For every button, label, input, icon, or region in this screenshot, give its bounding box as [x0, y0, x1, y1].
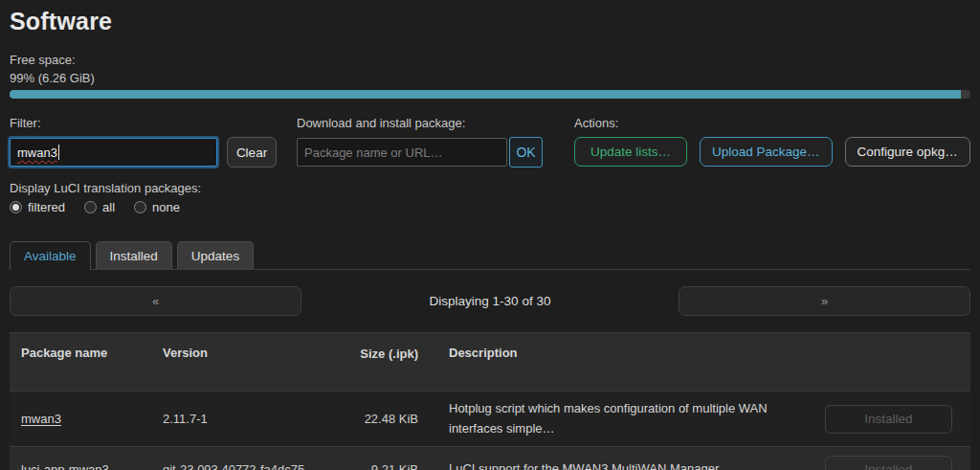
tab-installed[interactable]: Installed [96, 241, 172, 269]
description-link[interactable]: MWAN3 [563, 461, 609, 470]
table-row: luci-app-mwan3 git-23.093.40772-fa4dc75 … [10, 447, 970, 470]
radio-none-circle[interactable] [134, 201, 146, 213]
header-package-name: Package name [21, 346, 163, 360]
package-link[interactable]: mwan3 [21, 412, 61, 426]
radio-filtered[interactable]: filtered [10, 200, 65, 214]
radio-none-label: none [152, 200, 180, 214]
tab-available[interactable]: Available [10, 241, 91, 270]
translation-packages-section: Display LuCI translation packages: filte… [10, 181, 970, 214]
header-version: Version [163, 346, 340, 360]
free-space-progressbar [10, 90, 970, 99]
free-space-value: 99% (6.26 GiB) [10, 71, 970, 85]
installed-button: Installed [825, 456, 952, 470]
package-name-cell: luci-app-mwan3 [21, 462, 163, 470]
download-package-input[interactable] [297, 138, 507, 167]
download-label: Download and install package: [297, 116, 574, 130]
size-cell: 9.21 KiB [340, 462, 418, 470]
version-cell: 2.11.7-1 [163, 412, 340, 426]
page-title: Software [10, 8, 970, 35]
translation-packages-label: Display LuCI translation packages: [10, 181, 970, 195]
filter-section: Filter: mwan3 Clear [10, 116, 297, 168]
text-caret [58, 145, 59, 160]
ok-button[interactable]: OK [509, 137, 543, 168]
version-cell: git-23.093.40772-fa4dc75 [163, 462, 340, 470]
radio-all[interactable]: all [84, 200, 115, 214]
clear-button[interactable]: Clear [227, 137, 277, 168]
package-table: Package name Version Size (.ipk) Descrip… [10, 332, 970, 470]
free-space-progress-fill [10, 90, 961, 99]
filter-input[interactable]: mwan3 [10, 138, 217, 167]
description-cell: LuCI support for the MWAN3 MultiWAN Mana… [449, 459, 825, 470]
header-size: Size (.ipk) [340, 346, 418, 364]
size-cell: 22.48 KiB [340, 412, 418, 426]
radio-none[interactable]: none [134, 200, 180, 214]
action-cell: Installed [825, 456, 970, 470]
pagination-bar: « Displaying 1-30 of 30 » [10, 286, 970, 316]
installed-button: Installed [825, 405, 952, 434]
table-header-row: Package name Version Size (.ipk) Descrip… [10, 332, 970, 392]
update-lists-button[interactable]: Update lists… [574, 137, 687, 167]
upload-package-button[interactable]: Upload Package… [700, 137, 833, 167]
action-cell: Installed [825, 405, 970, 434]
table-row: mwan3 2.11.7-1 22.48 KiB Hotplug script … [10, 392, 970, 447]
pager-status: Displaying 1-30 of 30 [301, 294, 679, 308]
radio-all-circle[interactable] [84, 201, 97, 213]
radio-filtered-label: filtered [28, 200, 65, 214]
filter-input-value: mwan3 [17, 145, 57, 160]
configure-opkg-button[interactable]: Configure opkg… [845, 137, 970, 167]
header-description: Description [449, 346, 825, 360]
radio-all-label: all [102, 200, 115, 214]
actions-label: Actions: [574, 116, 970, 130]
pager-next-button[interactable]: » [679, 286, 970, 316]
tab-updates[interactable]: Updates [177, 241, 254, 269]
radio-filtered-circle[interactable] [10, 201, 22, 213]
package-link[interactable]: mwan3 [69, 462, 109, 470]
download-section: Download and install package: OK [297, 116, 574, 168]
free-space-label: Free space: [10, 53, 970, 67]
pager-prev-button[interactable]: « [10, 286, 301, 316]
package-name-cell: mwan3 [21, 412, 163, 426]
filter-label: Filter: [10, 116, 297, 130]
tab-bar: Available Installed Updates [10, 241, 970, 270]
actions-section: Actions: Update lists… Upload Package… C… [574, 116, 970, 168]
free-space-section: Free space: 99% (6.26 GiB) [10, 53, 970, 99]
controls-row: Filter: mwan3 Clear Download and install… [10, 116, 970, 168]
description-cell: Hotplug script which makes configuration… [449, 399, 825, 437]
software-page: Software Free space: 99% (6.26 GiB) Filt… [0, 0, 980, 470]
